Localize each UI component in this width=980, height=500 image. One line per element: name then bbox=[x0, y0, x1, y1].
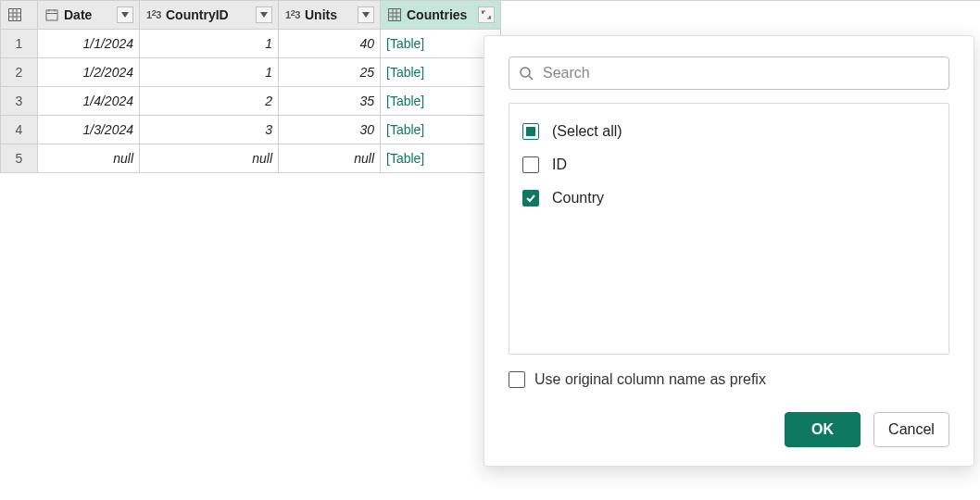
cell-countryid[interactable]: 3 bbox=[140, 116, 279, 144]
checkbox-unchecked[interactable] bbox=[522, 156, 539, 173]
column-label: Countries bbox=[407, 7, 474, 22]
table-icon bbox=[6, 6, 23, 23]
table-icon bbox=[386, 6, 403, 23]
cell-units[interactable]: 40 bbox=[279, 30, 381, 58]
row-number[interactable]: 1 bbox=[1, 30, 38, 58]
search-field[interactable] bbox=[509, 56, 949, 90]
number-type-icon: 123 bbox=[284, 6, 301, 23]
column-label: CountryID bbox=[166, 7, 252, 22]
svg-line-15 bbox=[529, 76, 533, 80]
expand-columns-panel: (Select all) ID Country Use original col… bbox=[484, 35, 974, 467]
row-header-corner[interactable] bbox=[1, 1, 38, 30]
row-number[interactable]: 4 bbox=[1, 116, 38, 144]
svg-rect-5 bbox=[46, 10, 57, 20]
option-select-all[interactable]: (Select all) bbox=[522, 115, 936, 148]
column-label: Date bbox=[64, 7, 113, 22]
column-header-date[interactable]: Date bbox=[38, 1, 140, 30]
ok-button[interactable]: OK bbox=[785, 412, 861, 447]
cell-countryid[interactable]: null bbox=[140, 144, 279, 173]
button-row: OK Cancel bbox=[509, 412, 949, 447]
filter-dropdown[interactable] bbox=[358, 6, 374, 23]
cell-date[interactable]: 1/2/2024 bbox=[38, 58, 140, 87]
filter-dropdown[interactable] bbox=[256, 6, 272, 23]
column-header-countries[interactable]: Countries bbox=[381, 1, 501, 30]
option-label: (Select all) bbox=[552, 123, 622, 140]
cell-units[interactable]: 25 bbox=[279, 58, 381, 87]
cell-countryid[interactable]: 1 bbox=[140, 58, 279, 87]
search-icon bbox=[519, 66, 534, 81]
prefix-option[interactable]: Use original column name as prefix bbox=[509, 371, 949, 388]
checkbox-unchecked[interactable] bbox=[509, 371, 525, 388]
cell-date[interactable]: 1/1/2024 bbox=[38, 30, 140, 58]
cell-date[interactable]: 1/4/2024 bbox=[38, 87, 140, 116]
row-number[interactable]: 2 bbox=[1, 58, 38, 87]
checkbox-checked[interactable] bbox=[522, 190, 539, 206]
cell-units[interactable]: 30 bbox=[279, 116, 381, 144]
cell-countryid[interactable]: 2 bbox=[140, 87, 279, 116]
calendar-icon bbox=[44, 6, 60, 23]
option-country[interactable]: Country bbox=[522, 181, 936, 215]
option-id[interactable]: ID bbox=[522, 148, 936, 181]
cell-countryid[interactable]: 1 bbox=[140, 30, 279, 58]
cell-date[interactable]: 1/3/2024 bbox=[38, 116, 140, 144]
filter-dropdown[interactable] bbox=[117, 6, 133, 23]
cell-units[interactable]: null bbox=[279, 144, 381, 173]
option-label: ID bbox=[552, 156, 567, 173]
search-input[interactable] bbox=[541, 64, 939, 82]
column-header-countryid[interactable]: 123 CountryID bbox=[140, 1, 279, 30]
row-number[interactable]: 3 bbox=[1, 87, 38, 116]
option-label: Country bbox=[552, 190, 604, 206]
column-list: (Select all) ID Country bbox=[509, 103, 949, 355]
column-label: Units bbox=[305, 7, 354, 22]
cell-units[interactable]: 35 bbox=[279, 87, 381, 116]
svg-rect-9 bbox=[389, 9, 401, 21]
row-number[interactable]: 5 bbox=[1, 144, 38, 173]
checkbox-indeterminate[interactable] bbox=[522, 123, 539, 140]
svg-rect-0 bbox=[9, 9, 21, 21]
prefix-label: Use original column name as prefix bbox=[534, 371, 766, 388]
cancel-button[interactable]: Cancel bbox=[873, 412, 949, 447]
expand-button[interactable] bbox=[478, 6, 495, 23]
cell-date[interactable]: null bbox=[38, 144, 140, 173]
column-header-units[interactable]: 123 Units bbox=[279, 1, 381, 30]
number-type-icon: 123 bbox=[145, 6, 162, 23]
svg-point-14 bbox=[521, 68, 530, 77]
